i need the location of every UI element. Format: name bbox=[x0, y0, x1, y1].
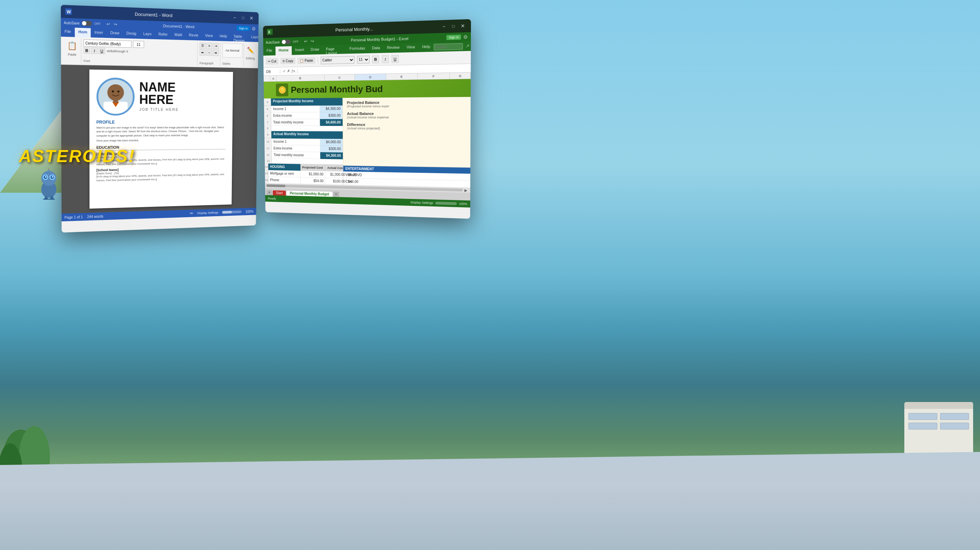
word-restore-btn[interactable]: □ bbox=[240, 14, 246, 21]
housing-projected-col: Projected Cost bbox=[300, 164, 325, 171]
add-sheet-btn2[interactable]: + bbox=[333, 191, 339, 197]
excel-settings-icon[interactable]: ⚙ bbox=[463, 34, 468, 40]
excel-tab-draw[interactable]: Draw bbox=[307, 45, 323, 55]
tab-design[interactable]: Desig bbox=[123, 29, 140, 39]
redo-icon[interactable]: ↪ bbox=[113, 21, 119, 27]
excel-search-box[interactable] bbox=[434, 41, 463, 52]
tab-mailings[interactable]: Maili bbox=[171, 30, 185, 40]
excel-tab-help[interactable]: Help bbox=[418, 43, 434, 52]
excel-italic-btn[interactable]: I bbox=[382, 55, 389, 63]
tab-table-design[interactable]: Table Design bbox=[230, 32, 248, 41]
svg-point-26 bbox=[49, 198, 55, 199]
align-left-btn[interactable]: ⬅ bbox=[199, 49, 206, 56]
excel-close-btn[interactable]: ✕ bbox=[459, 22, 466, 30]
svg-point-25 bbox=[43, 198, 49, 199]
word-close-btn[interactable]: ✕ bbox=[248, 14, 255, 21]
sheet-tab-start[interactable]: Start bbox=[273, 190, 286, 196]
paste-btn[interactable]: 📋 bbox=[67, 39, 78, 53]
number-list-btn[interactable]: ≡ bbox=[207, 43, 213, 49]
excel-search-input[interactable] bbox=[434, 43, 463, 51]
paragraph-label: Paragraph bbox=[199, 61, 219, 65]
excel-cut-btn[interactable]: ✂ Cut bbox=[266, 58, 278, 64]
tab-home[interactable]: Hom bbox=[75, 27, 91, 37]
excel-tab-data[interactable]: Data bbox=[368, 44, 383, 53]
bullet-list-btn[interactable]: ☰ bbox=[199, 43, 206, 49]
tab-help[interactable]: Help bbox=[216, 32, 230, 41]
col-b[interactable]: B bbox=[277, 75, 325, 81]
excel-tab-review[interactable]: Review bbox=[383, 43, 403, 53]
italic-btn[interactable]: I bbox=[91, 48, 98, 54]
indent-btn[interactable]: ⇥ bbox=[213, 43, 219, 49]
excel-tab-view[interactable]: View bbox=[403, 43, 418, 53]
word-minimize-btn[interactable]: − bbox=[231, 14, 238, 21]
excel-font-select[interactable]: Calibri bbox=[321, 56, 354, 64]
underline-btn[interactable]: U bbox=[99, 48, 105, 54]
formula-input[interactable] bbox=[300, 66, 468, 73]
col-e[interactable]: E bbox=[386, 73, 418, 80]
col-c[interactable]: C bbox=[325, 74, 355, 81]
tab-references[interactable]: Refer bbox=[155, 30, 171, 40]
projected-income-header: 4 Projected Monthly Income bbox=[264, 98, 342, 106]
projected-balance-item: Projected Balance (Projected income minu… bbox=[347, 100, 466, 108]
entertainment-item1: Video/DVD bbox=[345, 173, 362, 177]
excel-undo-icon[interactable]: ↩ bbox=[303, 38, 308, 44]
excel-bold-btn[interactable]: B bbox=[372, 56, 379, 63]
excel-autosave-toggle[interactable] bbox=[282, 39, 291, 45]
word-signin-btn[interactable]: Sign in bbox=[237, 26, 250, 31]
tab-file[interactable]: File bbox=[61, 27, 75, 37]
proj-total-row: 7 Total monthly income $4,600.00 bbox=[264, 119, 343, 126]
autosave-toggle[interactable] bbox=[82, 21, 92, 26]
align-center-btn[interactable]: ↔ bbox=[206, 49, 212, 56]
add-sheet-btn[interactable]: + bbox=[266, 190, 272, 196]
col-d[interactable]: D bbox=[355, 74, 386, 80]
col-f[interactable]: F bbox=[418, 73, 450, 80]
excel-minimize-btn[interactable]: − bbox=[440, 23, 447, 30]
income-tables-area: 4 Projected Monthly Income 5 Income 1 $4… bbox=[264, 98, 343, 185]
tab-insert[interactable]: Inser bbox=[91, 28, 107, 38]
excel-copy-btn[interactable]: ⎘ Copy bbox=[281, 58, 296, 64]
col-a[interactable]: A bbox=[270, 76, 277, 81]
excel-tab-page-layout[interactable]: Page Layout bbox=[323, 45, 347, 54]
formula-funcs[interactable]: ✓ ✗ ƒx bbox=[283, 69, 297, 73]
actual-income1-row: 10 Income 1 $4,000.00 bbox=[264, 139, 343, 145]
excel-signin-btn[interactable]: Sign in bbox=[447, 35, 461, 40]
align-right-btn[interactable]: ➡ bbox=[213, 49, 219, 56]
tab-layout[interactable]: Layo bbox=[140, 30, 155, 39]
editing-group: ✏️ Editing bbox=[245, 43, 257, 67]
paste-group: 📋 Paste bbox=[63, 38, 81, 63]
excel-tab-file[interactable]: File bbox=[263, 46, 275, 56]
excel-fontsize-select[interactable]: 11 bbox=[357, 56, 369, 63]
actual-balance-label: Actual Balance bbox=[347, 111, 466, 116]
excel-title-text: Personal Monthly... bbox=[275, 24, 437, 34]
bold-btn[interactable]: B bbox=[84, 47, 90, 54]
editing-label: Editing bbox=[246, 56, 255, 60]
hscroll-right-btn[interactable]: ▶ bbox=[463, 188, 469, 193]
zoom-slider[interactable] bbox=[222, 210, 242, 214]
excel-tab-insert[interactable]: Insert bbox=[292, 46, 307, 55]
tab-draw[interactable]: Draw bbox=[107, 29, 123, 38]
font-size-input[interactable] bbox=[133, 41, 144, 48]
excel-redo-icon[interactable]: ↪ bbox=[310, 38, 315, 44]
asteroids-label: ASTEROIDS! bbox=[19, 146, 135, 166]
col-g[interactable]: G bbox=[450, 73, 471, 79]
svg-point-31 bbox=[107, 84, 124, 101]
svg-rect-35 bbox=[113, 100, 118, 103]
excel-tab-home[interactable]: Home bbox=[275, 46, 292, 56]
undo-icon[interactable]: ↩ bbox=[106, 21, 111, 27]
excel-paste-btn[interactable]: 📋 Paste bbox=[298, 57, 315, 64]
tab-review[interactable]: Revie bbox=[185, 31, 202, 40]
paste-label: Paste bbox=[68, 53, 76, 56]
excel-tab-formulas[interactable]: Formulas bbox=[346, 44, 368, 54]
editing-icon[interactable]: ✏️ bbox=[246, 44, 255, 57]
font-name-input[interactable] bbox=[84, 40, 132, 48]
word-settings-icon[interactable]: ⚙ bbox=[252, 26, 256, 31]
excel-zoom-slider[interactable] bbox=[436, 202, 457, 205]
actual-income1-value: $4,000.00 bbox=[320, 139, 343, 145]
excel-share-icon[interactable]: ↗ bbox=[465, 41, 471, 51]
proj-extra-row: 6 Extra income $300.00 bbox=[264, 112, 343, 119]
tab-view[interactable]: View bbox=[202, 32, 216, 41]
excel-restore-btn[interactable]: □ bbox=[450, 22, 457, 30]
word-edit-icon[interactable]: ✏ bbox=[190, 211, 193, 216]
excel-underline-btn[interactable]: U bbox=[391, 55, 398, 63]
tab-table-layout[interactable]: Layout bbox=[248, 33, 259, 42]
